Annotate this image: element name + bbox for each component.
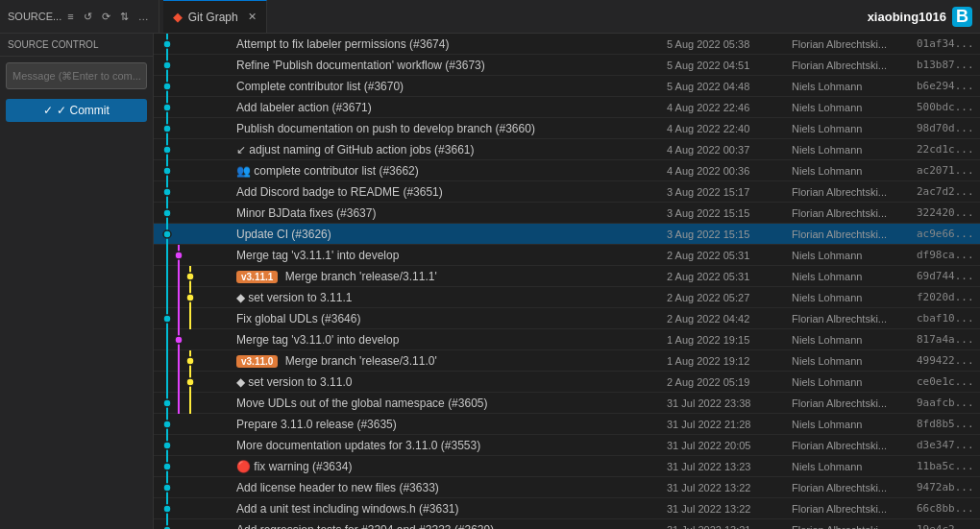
graph-column	[154, 498, 231, 519]
commit-hash: 98d70d...	[913, 122, 980, 134]
svg-point-37	[175, 336, 183, 344]
graph-column	[154, 139, 231, 160]
commit-hash: 11ba5c...	[913, 460, 980, 472]
commit-date: 4 Aug 2022 00:36	[663, 165, 788, 177]
svg-point-7	[163, 104, 171, 111]
commit-author: Florian Albrechtski...	[788, 313, 913, 325]
refresh-icon[interactable]: ↺	[82, 9, 94, 25]
commit-row[interactable]: ↙ adjust naming of GitHub action jobs (#…	[154, 139, 980, 160]
commit-message: Merge tag 'v3.11.0' into develop	[231, 333, 663, 347]
commit-row[interactable]: ◆ set version to 3.11.12 Aug 2022 05:27N…	[154, 287, 980, 308]
commit-row[interactable]: Add labeler action (#3671)4 Aug 2022 22:…	[154, 97, 980, 118]
graph-column	[154, 55, 231, 76]
source-control-label: SOURCE...	[8, 11, 61, 22]
commit-hash: 2ac7d2...	[913, 185, 980, 198]
commit-row[interactable]: More documentation updates for 3.11.0 (#…	[154, 435, 980, 456]
commit-row[interactable]: Prepare 3.11.0 release (#3635)31 Jul 202…	[154, 414, 980, 435]
version-tag[interactable]: v3.11.0	[236, 355, 278, 368]
commit-row[interactable]: Minor BJData fixes (#3637)3 Aug 2022 15:…	[154, 203, 980, 224]
commit-row[interactable]: ◆ set version to 3.11.02 Aug 2022 05:19N…	[154, 372, 980, 393]
commit-date: 4 Aug 2022 22:40	[663, 123, 788, 134]
commit-date: 4 Aug 2022 00:37	[663, 144, 788, 156]
commit-author: Florian Albrechtski...	[788, 524, 913, 530]
version-tag[interactable]: v3.11.1	[236, 271, 278, 283]
commit-author: Niels Lohmann	[788, 419, 913, 430]
svg-point-22	[175, 252, 183, 259]
source-control-sidebar: SOURCE CONTROL ✓ ✓ Commit	[0, 34, 154, 529]
commit-row[interactable]: Move UDLs out of the global namespace (#…	[154, 393, 980, 414]
commit-row[interactable]: v3.11.0 Merge branch 'release/3.11.0'1 A…	[154, 350, 980, 372]
tab-container: ◆ Git Graph ✕	[163, 0, 267, 33]
svg-point-5	[163, 83, 171, 90]
graph-column	[154, 118, 231, 139]
menu-icon[interactable]: ≡	[65, 9, 75, 24]
commit-row[interactable]: Add Discord badge to README (#3651)3 Aug…	[154, 181, 980, 203]
commit-message: Add Discord badge to README (#3651)	[231, 185, 663, 199]
commit-date: 5 Aug 2022 04:48	[663, 81, 788, 92]
svg-point-15	[163, 188, 171, 196]
svg-point-55	[163, 463, 171, 470]
branch-icon[interactable]: ⇅	[118, 9, 131, 25]
graph-column	[154, 266, 231, 287]
commit-hash: f2020d...	[913, 291, 980, 303]
graph-column	[154, 224, 231, 245]
commit-message: Add regression tests for #3204 and #3333…	[231, 523, 663, 530]
commit-row[interactable]: 👥 complete contributor list (#3662)4 Aug…	[154, 160, 980, 181]
commit-row[interactable]: Merge tag 'v3.11.0' into develop1 Aug 20…	[154, 329, 980, 350]
svg-point-57	[163, 484, 171, 492]
commit-row[interactable]: Attempt to fix labeler permissions (#367…	[154, 34, 980, 55]
commit-message: ◆ set version to 3.11.1	[231, 291, 663, 304]
commit-button[interactable]: ✓ ✓ Commit	[6, 99, 147, 122]
more-icon[interactable]: …	[136, 9, 151, 24]
commit-row[interactable]: Refine 'Publish documentation' workflow …	[154, 55, 980, 76]
commit-message: Move UDLs out of the global namespace (#…	[231, 397, 663, 410]
commit-message: 🔴 fix warning (#3634)	[231, 460, 663, 473]
commit-hash: 322420...	[913, 206, 980, 219]
graph-column	[154, 477, 231, 498]
commit-author: Niels Lohmann	[788, 81, 913, 92]
graph-column	[154, 76, 231, 97]
commit-hash: 500bdc...	[913, 101, 980, 113]
commit-row[interactable]: Merge tag 'v3.11.1' into develop2 Aug 20…	[154, 245, 980, 266]
svg-point-17	[163, 209, 171, 217]
tab-close-button[interactable]: ✕	[248, 11, 257, 23]
commit-hash: 817a4a...	[913, 333, 980, 346]
watermark: xiaobing1016 B	[868, 7, 980, 27]
commit-message: Merge tag 'v3.11.1' into develop	[231, 249, 663, 262]
commit-message-input[interactable]	[6, 62, 147, 89]
commit-date: 31 Jul 2022 13:22	[663, 503, 788, 515]
sync-icon[interactable]: ⟳	[100, 9, 112, 25]
commit-author: Florian Albrechtski...	[788, 186, 913, 198]
commit-row[interactable]: v3.11.1 Merge branch 'release/3.11.1'2 A…	[154, 266, 980, 287]
git-icon: ◆	[173, 10, 183, 24]
svg-point-9	[163, 125, 171, 132]
commit-row[interactable]: Update CI (#3626)3 Aug 2022 15:15Florian…	[154, 224, 980, 245]
commit-row[interactable]: Complete contributor list (#3670)5 Aug 2…	[154, 76, 980, 97]
git-graph-tab[interactable]: ◆ Git Graph ✕	[163, 0, 267, 33]
graph-column	[154, 414, 231, 435]
commit-message: Add labeler action (#3671)	[231, 101, 663, 114]
commit-message: Update CI (#3626)	[231, 228, 663, 241]
commit-row[interactable]: Add regression tests for #3204 and #3333…	[154, 519, 980, 529]
commit-date: 2 Aug 2022 05:19	[663, 376, 788, 388]
commit-author: Niels Lohmann	[788, 123, 913, 134]
commit-row[interactable]: 🔴 fix warning (#3634)31 Jul 2022 13:23Ni…	[154, 456, 980, 477]
commit-hash: 66c8bb...	[913, 502, 980, 515]
commit-date: 31 Jul 2022 21:28	[663, 419, 788, 430]
graph-column	[154, 519, 231, 530]
commit-row[interactable]: Fix global UDLs (#3646)2 Aug 2022 04:42F…	[154, 308, 980, 329]
graph-area: Attempt to fix labeler permissions (#367…	[154, 34, 980, 529]
graph-column	[154, 34, 231, 55]
commit-message: v3.11.1 Merge branch 'release/3.11.1'	[231, 270, 663, 283]
commit-author: Florian Albrechtski...	[788, 440, 913, 451]
commit-row[interactable]: Publish documentation on push to develop…	[154, 118, 980, 139]
svg-point-1	[163, 40, 171, 48]
commit-date: 4 Aug 2022 22:46	[663, 102, 788, 113]
commit-row[interactable]: Add a unit test including windows.h (#36…	[154, 498, 980, 519]
svg-point-45	[186, 378, 194, 386]
watermark-text: xiaobing1016	[868, 10, 946, 24]
commit-author: Niels Lohmann	[788, 271, 913, 282]
commit-row[interactable]: Add license header to new files (#3633)3…	[154, 477, 980, 498]
commit-date: 31 Jul 2022 13:23	[663, 461, 788, 472]
commit-hash: cbaf10...	[913, 312, 980, 325]
